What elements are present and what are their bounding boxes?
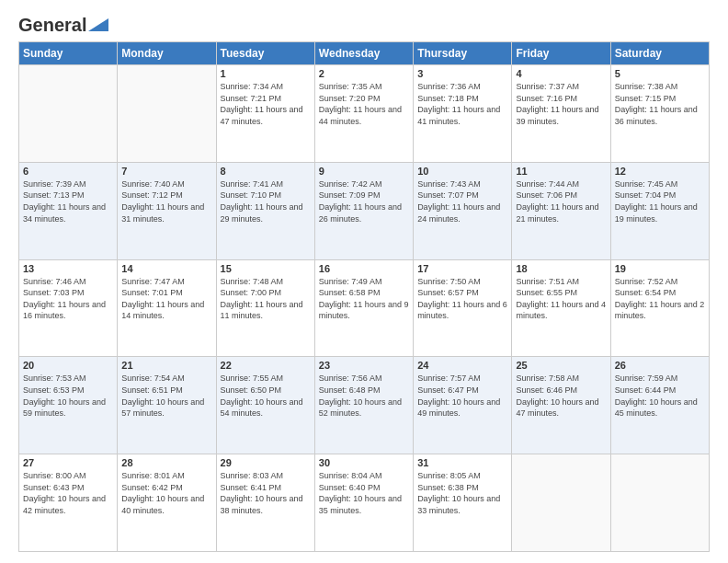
calendar-cell: 11Sunrise: 7:44 AM Sunset: 7:06 PM Dayli… (512, 162, 610, 259)
day-number: 12 (615, 166, 705, 177)
day-detail: Sunrise: 7:39 AM Sunset: 7:13 PM Dayligh… (23, 178, 113, 224)
day-number: 7 (121, 166, 211, 177)
calendar-cell: 16Sunrise: 7:49 AM Sunset: 6:58 PM Dayli… (314, 259, 413, 357)
day-detail: Sunrise: 7:40 AM Sunset: 7:12 PM Dayligh… (121, 178, 211, 224)
day-header-monday: Monday (118, 42, 216, 65)
day-number: 15 (221, 263, 311, 274)
day-detail: Sunrise: 7:57 AM Sunset: 6:47 PM Dayligh… (417, 373, 507, 419)
day-number: 22 (221, 360, 311, 371)
day-number: 17 (417, 263, 507, 274)
logo-icon (88, 18, 108, 31)
day-detail: Sunrise: 7:35 AM Sunset: 7:20 PM Dayligh… (319, 81, 409, 127)
calendar-cell: 27Sunrise: 8:00 AM Sunset: 6:43 PM Dayli… (19, 454, 118, 552)
calendar-cell (512, 454, 610, 552)
logo: General (18, 15, 108, 32)
day-number: 1 (221, 68, 311, 79)
day-detail: Sunrise: 7:34 AM Sunset: 7:21 PM Dayligh… (221, 81, 311, 127)
day-detail: Sunrise: 7:56 AM Sunset: 6:48 PM Dayligh… (319, 373, 409, 419)
day-detail: Sunrise: 7:38 AM Sunset: 7:15 PM Dayligh… (615, 81, 705, 127)
calendar-cell: 25Sunrise: 7:58 AM Sunset: 6:46 PM Dayli… (512, 357, 610, 454)
day-detail: Sunrise: 7:55 AM Sunset: 6:50 PM Dayligh… (221, 373, 311, 419)
calendar-cell: 22Sunrise: 7:55 AM Sunset: 6:50 PM Dayli… (216, 357, 314, 454)
day-number: 13 (23, 263, 113, 274)
calendar-cell: 28Sunrise: 8:01 AM Sunset: 6:42 PM Dayli… (118, 454, 216, 552)
day-detail: Sunrise: 7:54 AM Sunset: 6:51 PM Dayligh… (121, 373, 211, 419)
calendar-cell: 17Sunrise: 7:50 AM Sunset: 6:57 PM Dayli… (414, 259, 512, 357)
day-detail: Sunrise: 7:49 AM Sunset: 6:58 PM Dayligh… (319, 276, 409, 322)
day-header-sunday: Sunday (19, 42, 118, 65)
day-detail: Sunrise: 7:53 AM Sunset: 6:53 PM Dayligh… (23, 373, 113, 419)
day-number: 20 (23, 360, 113, 371)
day-detail: Sunrise: 7:58 AM Sunset: 6:46 PM Dayligh… (516, 373, 606, 419)
calendar-cell: 15Sunrise: 7:48 AM Sunset: 7:00 PM Dayli… (216, 259, 314, 357)
week-row-4: 20Sunrise: 7:53 AM Sunset: 6:53 PM Dayli… (19, 357, 710, 454)
day-number: 8 (221, 166, 311, 177)
day-detail: Sunrise: 7:36 AM Sunset: 7:18 PM Dayligh… (417, 81, 507, 127)
day-header-saturday: Saturday (610, 42, 709, 65)
day-detail: Sunrise: 7:59 AM Sunset: 6:44 PM Dayligh… (615, 373, 705, 419)
day-header-friday: Friday (512, 42, 610, 65)
day-header-wednesday: Wednesday (314, 42, 413, 65)
day-number: 11 (516, 166, 606, 177)
calendar-cell: 12Sunrise: 7:45 AM Sunset: 7:04 PM Dayli… (610, 162, 709, 259)
week-row-2: 6Sunrise: 7:39 AM Sunset: 7:13 PM Daylig… (19, 162, 710, 259)
calendar-cell: 1Sunrise: 7:34 AM Sunset: 7:21 PM Daylig… (216, 65, 314, 163)
calendar-cell: 5Sunrise: 7:38 AM Sunset: 7:15 PM Daylig… (610, 65, 709, 163)
calendar-cell: 13Sunrise: 7:46 AM Sunset: 7:03 PM Dayli… (19, 259, 118, 357)
calendar-table: SundayMondayTuesdayWednesdayThursdayFrid… (18, 41, 710, 552)
day-detail: Sunrise: 8:03 AM Sunset: 6:41 PM Dayligh… (221, 470, 311, 516)
day-number: 14 (121, 263, 211, 274)
calendar-cell: 31Sunrise: 8:05 AM Sunset: 6:38 PM Dayli… (414, 454, 512, 552)
day-number: 31 (417, 457, 507, 468)
calendar-header-row: SundayMondayTuesdayWednesdayThursdayFrid… (19, 42, 710, 65)
day-number: 18 (516, 263, 606, 274)
day-number: 9 (319, 166, 409, 177)
day-number: 6 (23, 166, 113, 177)
day-number: 2 (319, 68, 409, 79)
calendar-cell: 10Sunrise: 7:43 AM Sunset: 7:07 PM Dayli… (414, 162, 512, 259)
calendar-cell: 2Sunrise: 7:35 AM Sunset: 7:20 PM Daylig… (314, 65, 413, 163)
calendar-cell: 14Sunrise: 7:47 AM Sunset: 7:01 PM Dayli… (118, 259, 216, 357)
day-number: 23 (319, 360, 409, 371)
day-detail: Sunrise: 8:00 AM Sunset: 6:43 PM Dayligh… (23, 470, 113, 516)
calendar-cell: 26Sunrise: 7:59 AM Sunset: 6:44 PM Dayli… (610, 357, 709, 454)
calendar-cell: 18Sunrise: 7:51 AM Sunset: 6:55 PM Dayli… (512, 259, 610, 357)
page: General SundayMondayTuesdayWednesdayThur… (0, 0, 728, 563)
calendar-cell (118, 65, 216, 163)
day-number: 24 (417, 360, 507, 371)
day-detail: Sunrise: 7:50 AM Sunset: 6:57 PM Dayligh… (417, 276, 507, 322)
calendar-cell: 4Sunrise: 7:37 AM Sunset: 7:16 PM Daylig… (512, 65, 610, 163)
day-number: 16 (319, 263, 409, 274)
day-number: 30 (319, 457, 409, 468)
day-detail: Sunrise: 7:43 AM Sunset: 7:07 PM Dayligh… (417, 178, 507, 224)
day-detail: Sunrise: 8:04 AM Sunset: 6:40 PM Dayligh… (319, 470, 409, 516)
day-number: 3 (417, 68, 507, 79)
day-detail: Sunrise: 7:48 AM Sunset: 7:00 PM Dayligh… (221, 276, 311, 322)
day-number: 27 (23, 457, 113, 468)
calendar-cell: 23Sunrise: 7:56 AM Sunset: 6:48 PM Dayli… (314, 357, 413, 454)
day-number: 5 (615, 68, 705, 79)
day-detail: Sunrise: 7:41 AM Sunset: 7:10 PM Dayligh… (221, 178, 311, 224)
calendar-cell (610, 454, 709, 552)
calendar-cell: 20Sunrise: 7:53 AM Sunset: 6:53 PM Dayli… (19, 357, 118, 454)
calendar-cell: 21Sunrise: 7:54 AM Sunset: 6:51 PM Dayli… (118, 357, 216, 454)
day-number: 4 (516, 68, 606, 79)
day-detail: Sunrise: 7:47 AM Sunset: 7:01 PM Dayligh… (121, 276, 211, 322)
day-number: 26 (615, 360, 705, 371)
header: General (18, 15, 710, 32)
day-detail: Sunrise: 8:05 AM Sunset: 6:38 PM Dayligh… (417, 470, 507, 516)
calendar-cell: 9Sunrise: 7:42 AM Sunset: 7:09 PM Daylig… (314, 162, 413, 259)
week-row-1: 1Sunrise: 7:34 AM Sunset: 7:21 PM Daylig… (19, 65, 710, 163)
week-row-3: 13Sunrise: 7:46 AM Sunset: 7:03 PM Dayli… (19, 259, 710, 357)
calendar-cell (19, 65, 118, 163)
calendar-cell: 8Sunrise: 7:41 AM Sunset: 7:10 PM Daylig… (216, 162, 314, 259)
calendar-cell: 3Sunrise: 7:36 AM Sunset: 7:18 PM Daylig… (414, 65, 512, 163)
day-number: 10 (417, 166, 507, 177)
day-number: 21 (121, 360, 211, 371)
day-number: 29 (221, 457, 311, 468)
day-detail: Sunrise: 7:44 AM Sunset: 7:06 PM Dayligh… (516, 178, 606, 224)
calendar-cell: 24Sunrise: 7:57 AM Sunset: 6:47 PM Dayli… (414, 357, 512, 454)
week-row-5: 27Sunrise: 8:00 AM Sunset: 6:43 PM Dayli… (19, 454, 710, 552)
calendar-cell: 29Sunrise: 8:03 AM Sunset: 6:41 PM Dayli… (216, 454, 314, 552)
day-number: 28 (121, 457, 211, 468)
